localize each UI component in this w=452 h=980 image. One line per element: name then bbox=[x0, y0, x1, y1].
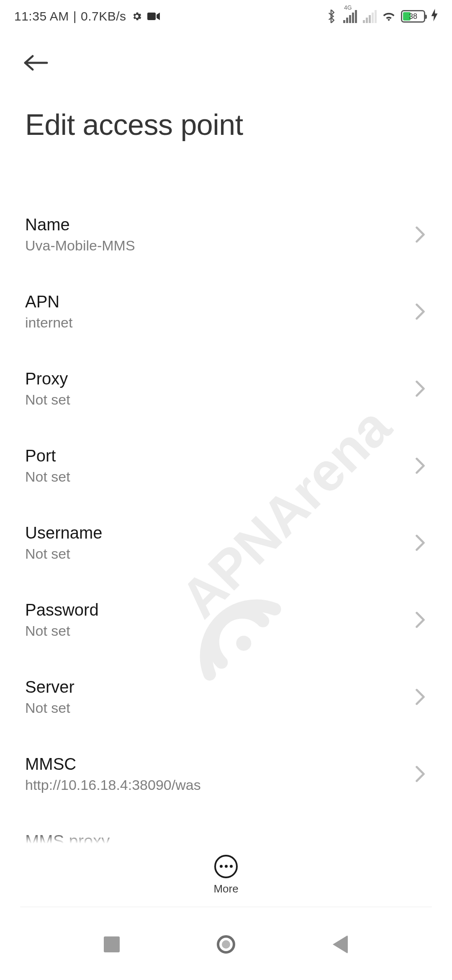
chevron-right-icon bbox=[415, 303, 425, 320]
wifi-icon bbox=[383, 10, 395, 23]
status-time: 11:35 AM bbox=[14, 9, 69, 23]
more-icon bbox=[214, 855, 238, 878]
setting-username[interactable]: Username Not set bbox=[25, 504, 427, 581]
bluetooth-icon bbox=[325, 10, 337, 23]
setting-value: Not set bbox=[25, 392, 70, 408]
chevron-right-icon bbox=[415, 226, 425, 243]
action-bar: More bbox=[0, 843, 452, 906]
chevron-right-icon bbox=[415, 611, 425, 628]
divider bbox=[20, 907, 432, 907]
battery-percent: 38 bbox=[402, 12, 424, 21]
chevron-right-icon bbox=[415, 766, 425, 782]
signal-sim1-icon: 4G bbox=[343, 10, 357, 23]
chevron-right-icon bbox=[415, 534, 425, 551]
setting-label: MMSC bbox=[25, 755, 201, 774]
setting-value: Not set bbox=[25, 469, 70, 485]
setting-value: internet bbox=[25, 315, 72, 331]
triangle-left-icon bbox=[333, 935, 348, 954]
setting-label: Username bbox=[25, 524, 103, 542]
setting-proxy[interactable]: Proxy Not set bbox=[25, 350, 427, 427]
status-bar: 11:35 AM | 0.7KB/s 4G 38 bbox=[0, 0, 452, 33]
gear-icon bbox=[131, 10, 143, 23]
more-button[interactable]: More bbox=[213, 855, 238, 895]
setting-label: Name bbox=[25, 215, 135, 234]
setting-mmsc[interactable]: MMSC http://10.16.18.4:38090/was bbox=[25, 735, 427, 812]
setting-label: Port bbox=[25, 446, 70, 465]
nav-back-button[interactable] bbox=[324, 928, 357, 961]
page-title: Edit access point bbox=[25, 108, 427, 142]
setting-port[interactable]: Port Not set bbox=[25, 427, 427, 504]
charging-icon bbox=[431, 9, 438, 24]
scroll-fade bbox=[0, 831, 452, 843]
setting-label: Password bbox=[25, 601, 99, 619]
battery-icon: 38 bbox=[401, 10, 425, 23]
apn-settings-list: Name Uva-Mobile-MMS APN internet Proxy N… bbox=[0, 196, 452, 890]
status-separator: | bbox=[73, 9, 77, 23]
setting-password[interactable]: Password Not set bbox=[25, 581, 427, 658]
chevron-right-icon bbox=[415, 689, 425, 705]
setting-value: http://10.16.18.4:38090/was bbox=[25, 777, 201, 793]
video-icon bbox=[147, 10, 160, 23]
setting-value: Not set bbox=[25, 700, 74, 716]
nav-recent-button[interactable] bbox=[95, 928, 128, 961]
square-icon bbox=[104, 936, 120, 952]
more-label: More bbox=[213, 882, 238, 895]
back-button[interactable] bbox=[23, 48, 54, 78]
setting-name[interactable]: Name Uva-Mobile-MMS bbox=[25, 196, 427, 273]
arrow-left-icon bbox=[23, 54, 50, 71]
setting-value: Not set bbox=[25, 623, 99, 639]
setting-label: Server bbox=[25, 678, 74, 696]
setting-value: Not set bbox=[25, 546, 103, 562]
circle-icon bbox=[217, 935, 235, 954]
setting-label: APN bbox=[25, 292, 72, 311]
signal-sim2-icon bbox=[363, 10, 377, 23]
status-data-rate: 0.7KB/s bbox=[81, 9, 126, 23]
chevron-right-icon bbox=[415, 380, 425, 397]
chevron-right-icon bbox=[415, 457, 425, 474]
setting-label: Proxy bbox=[25, 369, 70, 388]
system-nav-bar bbox=[0, 909, 452, 980]
setting-apn[interactable]: APN internet bbox=[25, 273, 427, 350]
setting-value: Uva-Mobile-MMS bbox=[25, 237, 135, 254]
nav-home-button[interactable] bbox=[209, 928, 243, 961]
svg-rect-2 bbox=[147, 13, 156, 20]
setting-server[interactable]: Server Not set bbox=[25, 658, 427, 735]
